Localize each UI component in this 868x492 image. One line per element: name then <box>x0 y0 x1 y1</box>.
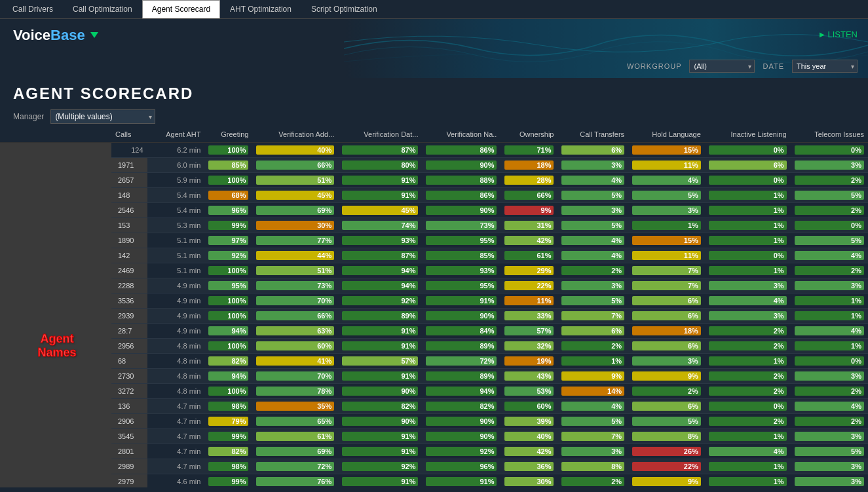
th-call-transfers: Call Transfers <box>557 126 628 143</box>
cell-verif-na: 90% <box>422 203 500 218</box>
th-verif-na: Verification Na.. <box>422 126 500 143</box>
date-select-wrapper: This year <box>792 60 858 73</box>
tab-agent-scorecard[interactable]: Agent Scorecard <box>142 0 220 18</box>
cell-telecom: 3% <box>791 369 868 384</box>
cell-hold-lang: 11% <box>628 248 705 263</box>
cell-telecom: 5% <box>791 444 868 459</box>
cell-call-transfers: 6% <box>557 143 628 158</box>
cell-telecom: 2% <box>791 414 868 429</box>
cell-aht: 5.1 min <box>147 248 205 263</box>
cell-id: 2657 <box>111 173 147 188</box>
cell-inactive: 1% <box>705 429 791 444</box>
cell-verif-dat: 91% <box>338 173 422 188</box>
cell-telecom: 2% <box>791 384 868 399</box>
cell-id: 124 <box>111 143 147 158</box>
cell-verif-dat: 57% <box>338 354 422 369</box>
table-body: Agent Names 1246.2 min100%40%87%86%71%6%… <box>0 143 868 488</box>
page-title: AGENT SCORECARD <box>13 85 855 103</box>
cell-verif-add: 69% <box>252 203 338 218</box>
cell-verif-dat: 94% <box>338 263 422 278</box>
cell-hold-lang: 22% <box>628 459 705 474</box>
workgroup-label: WORKGROUP <box>627 62 682 70</box>
cell-call-transfers: 1% <box>557 354 628 369</box>
cell-call-transfers: 5% <box>557 293 628 309</box>
cell-verif-na: 90% <box>422 309 500 324</box>
tab-call-optimization[interactable]: Call Optimization <box>63 0 142 18</box>
cell-verif-na: 90% <box>422 414 500 429</box>
cell-verif-add: 77% <box>252 233 338 248</box>
tab-call-drivers[interactable]: Call Drivers <box>3 0 63 18</box>
tab-script-optimization[interactable]: Script Optimization <box>301 0 387 18</box>
table-header-row: Calls Agent AHT Greeting Verification Ad… <box>0 126 868 143</box>
cell-hold-lang: 15% <box>628 233 705 248</box>
cell-verif-dat: 91% <box>338 324 422 339</box>
cell-verif-add: 65% <box>252 414 338 429</box>
cell-verif-add: 63% <box>252 324 338 339</box>
cell-hold-lang: 9% <box>628 474 705 488</box>
logo-voice: Voice <box>13 27 50 43</box>
cell-verif-na: 88% <box>422 173 500 188</box>
scorecard-table: Calls Agent AHT Greeting Verification Ad… <box>0 126 868 487</box>
cell-call-transfers: 5% <box>557 414 628 429</box>
cell-call-transfers: 4% <box>557 399 628 414</box>
table-row: Agent Names 1246.2 min100%40%87%86%71%6%… <box>0 143 868 158</box>
table-container[interactable]: Calls Agent AHT Greeting Verification Ad… <box>0 126 868 487</box>
listen-button[interactable]: LISTEN <box>820 29 858 39</box>
manager-label: Manager <box>13 112 44 121</box>
th-agent-aht: Agent AHT <box>147 126 205 143</box>
cell-call-transfers: 4% <box>557 173 628 188</box>
cell-ownership: 36% <box>500 459 557 474</box>
cell-inactive: 3% <box>705 278 791 293</box>
table-row: 28:74.9 min94%63%91%84%57%6%18%2%4% <box>0 324 868 339</box>
cell-hold-lang: 1% <box>628 218 705 233</box>
cell-verif-dat: 90% <box>338 414 422 429</box>
cell-aht: 6.2 min <box>147 143 205 158</box>
cell-telecom: 2% <box>791 203 868 218</box>
cell-verif-dat: 90% <box>338 384 422 399</box>
cell-greeting: 100% <box>204 173 252 188</box>
cell-hold-lang: 7% <box>628 278 705 293</box>
cell-telecom: 4% <box>791 248 868 263</box>
cell-id: 2989 <box>111 459 147 474</box>
cell-greeting: 68% <box>204 188 252 203</box>
cell-verif-dat: 45% <box>338 203 422 218</box>
cell-verif-dat: 80% <box>338 158 422 173</box>
cell-verif-dat: 91% <box>338 429 422 444</box>
cell-call-transfers: 14% <box>557 384 628 399</box>
th-inactive: Inactive Listening <box>705 126 791 143</box>
cell-call-transfers: 7% <box>557 429 628 444</box>
cell-hold-lang: 5% <box>628 188 705 203</box>
cell-verif-na: 89% <box>422 339 500 354</box>
tab-aht-optimization[interactable]: AHT Optimization <box>220 0 301 18</box>
agent-names-cell: Agent Names <box>0 143 111 488</box>
table-row: 24695.1 min100%51%94%93%29%2%7%1%2% <box>0 263 868 278</box>
cell-verif-na: 91% <box>422 474 500 488</box>
cell-ownership: 43% <box>500 369 557 384</box>
workgroup-select[interactable]: (All) <box>689 60 755 73</box>
table-row: 35364.9 min100%70%92%91%11%5%6%4%1% <box>0 293 868 309</box>
cell-verif-add: 78% <box>252 384 338 399</box>
table-row: 1364.7 min98%35%82%82%60%4%6%0%4% <box>0 399 868 414</box>
cell-aht: 4.9 min <box>147 309 205 324</box>
manager-select[interactable]: (Multiple values) <box>50 109 155 124</box>
cell-call-transfers: 5% <box>557 188 628 203</box>
cell-ownership: 42% <box>500 444 557 459</box>
cell-call-transfers: 3% <box>557 278 628 293</box>
cell-ownership: 30% <box>500 474 557 488</box>
cell-ownership: 57% <box>500 324 557 339</box>
cell-aht: 4.7 min <box>147 459 205 474</box>
cell-ownership: 53% <box>500 384 557 399</box>
cell-aht: 4.8 min <box>147 384 205 399</box>
cell-ownership: 66% <box>500 188 557 203</box>
cell-inactive: 1% <box>705 218 791 233</box>
manager-select-wrapper: (Multiple values) <box>50 109 155 124</box>
date-select[interactable]: This year <box>792 60 858 73</box>
controls-row: WORKGROUP (All) DATE This year <box>627 60 858 73</box>
cell-greeting: 98% <box>204 459 252 474</box>
logo: VoiceBase <box>13 27 98 44</box>
cell-id: 3272 <box>111 384 147 399</box>
cell-greeting: 99% <box>204 218 252 233</box>
cell-id: 148 <box>111 188 147 203</box>
th-verif-dat: Verification Dat... <box>338 126 422 143</box>
cell-verif-na: 84% <box>422 324 500 339</box>
